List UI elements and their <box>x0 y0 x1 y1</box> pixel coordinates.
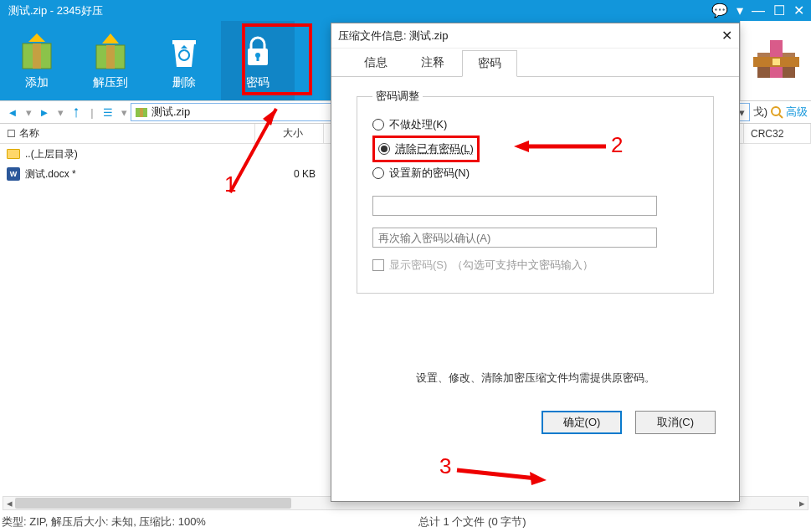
tab-info[interactable]: 信息 <box>348 49 403 76</box>
dialog-note: 设置、修改、清除加密压缩文件均需提供原密码。 <box>331 371 739 386</box>
row-size: 0 KB <box>255 168 324 180</box>
svg-rect-6 <box>172 40 196 44</box>
chat-icon[interactable]: 💬 <box>711 3 728 18</box>
toolbar-extract-label: 解压到 <box>93 75 128 90</box>
word-icon: W <box>7 167 20 181</box>
password-input[interactable] <box>372 196 657 216</box>
radio-set-new[interactable]: 设置新的密码(N) <box>372 162 698 184</box>
toolbar-delete-label: 删除 <box>172 75 196 90</box>
svg-rect-15 <box>773 59 780 65</box>
folder-icon <box>7 149 20 159</box>
toolbar-delete[interactable]: 删除 <box>147 21 221 100</box>
svg-marker-5 <box>102 33 119 43</box>
svg-marker-0 <box>28 33 45 42</box>
radio-keep-label: 不做处理(K) <box>389 117 447 132</box>
toolbar-extract[interactable]: 解压到 <box>74 21 147 100</box>
radio-icon <box>372 119 384 130</box>
svg-rect-4 <box>106 45 115 69</box>
col-size[interactable]: 大小 <box>255 124 324 143</box>
cancel-button[interactable]: 取消(C) <box>635 411 716 434</box>
back-icon[interactable]: ◄ <box>3 104 22 120</box>
rar-icon <box>753 40 799 82</box>
ok-button[interactable]: 确定(O) <box>542 411 622 434</box>
radio-clear-label: 清除已有密码(L) <box>395 141 474 156</box>
checkbox-show-password-label: 显示密码(S) <box>389 258 447 273</box>
path-text: 测试.zip <box>151 105 190 120</box>
status-left: 类型: ZIP, 解压后大小: 未知, 压缩比: 100% <box>2 514 206 529</box>
advanced-link[interactable]: 高级 <box>786 105 808 120</box>
extract-icon <box>85 32 136 72</box>
search-icon[interactable] <box>770 105 783 119</box>
row-name: ..(上层目录) <box>25 147 78 161</box>
dialog-archive-info: 压缩文件信息: 测试.zip ✕ 信息 注释 密码 密码调整 不做处理(K) 清… <box>331 23 740 502</box>
col-name[interactable]: ☐名称 <box>0 124 255 143</box>
dialog-title: 压缩文件信息: 测试.zip <box>338 28 448 43</box>
password-confirm-input[interactable] <box>372 228 657 248</box>
radio-set-label: 设置新的密码(N) <box>389 166 470 181</box>
close-icon[interactable]: ✕ <box>793 3 804 18</box>
radio-icon <box>372 167 384 179</box>
svg-rect-2 <box>33 43 41 69</box>
scroll-right-icon[interactable]: ▸ <box>796 497 808 509</box>
toolbar-password[interactable]: 密码 <box>221 21 295 100</box>
svg-point-18 <box>772 107 780 115</box>
archive-icon <box>135 105 148 119</box>
scroll-thumb[interactable] <box>15 498 291 509</box>
toolbar-add[interactable]: 添加 <box>0 21 74 100</box>
radio-clear[interactable]: 清除已有密码(L) <box>378 138 474 160</box>
checkbox-show-password[interactable] <box>372 259 384 271</box>
toolbar-password-label: 密码 <box>246 75 269 90</box>
minimize-icon[interactable]: — <box>752 3 765 18</box>
tab-password[interactable]: 密码 <box>462 50 517 77</box>
radio-keep[interactable]: 不做处理(K) <box>372 114 698 136</box>
checkbox-hint: （勾选可支持中文密码输入） <box>452 258 593 273</box>
add-icon <box>12 32 62 72</box>
delete-icon <box>159 32 209 72</box>
annotation-box-clear: 清除已有密码(L) <box>372 136 480 162</box>
dropdown-icon[interactable]: ▾ <box>737 3 743 18</box>
svg-rect-17 <box>140 108 143 117</box>
radio-icon <box>378 143 390 155</box>
status-bar: 类型: ZIP, 解压后大小: 未知, 压缩比: 100% 总计 1 个文件 (… <box>0 512 811 532</box>
maximize-icon[interactable]: ☐ <box>773 3 785 18</box>
rar-logo-area <box>740 21 811 100</box>
window-title: 测试.zip - 2345好压 <box>8 3 103 18</box>
list-icon[interactable]: ☰ <box>99 104 117 120</box>
toolbar-add-label: 添加 <box>25 75 49 90</box>
dialog-tabs: 信息 注释 密码 <box>331 49 739 77</box>
lock-icon <box>233 32 283 72</box>
up-icon[interactable]: ⭡ <box>67 104 85 120</box>
tab-comment[interactable]: 注释 <box>405 49 460 76</box>
forward-icon[interactable]: ► <box>35 104 54 120</box>
titlebar: 测试.zip - 2345好压 💬 ▾ — ☐ ✕ <box>0 0 811 21</box>
dialog-close-icon[interactable]: ✕ <box>721 28 732 43</box>
row-name: 测试.docx * <box>25 167 76 182</box>
scroll-left-icon[interactable]: ◂ <box>3 497 15 509</box>
dialog-titlebar: 压缩文件信息: 测试.zip ✕ <box>331 23 739 49</box>
path-right-text: 戈) <box>753 105 767 120</box>
fieldset-legend: 密码调整 <box>372 89 423 104</box>
svg-line-19 <box>779 115 783 118</box>
fieldset-password-adjust: 密码调整 不做处理(K) 清除已有密码(L) 设置新的密码(N) 显示密码(S)… <box>357 89 714 294</box>
svg-rect-10 <box>257 55 259 61</box>
col-crc[interactable]: CRC32 <box>744 124 811 143</box>
status-right: 总计 1 个文件 (0 字节) <box>418 514 526 529</box>
